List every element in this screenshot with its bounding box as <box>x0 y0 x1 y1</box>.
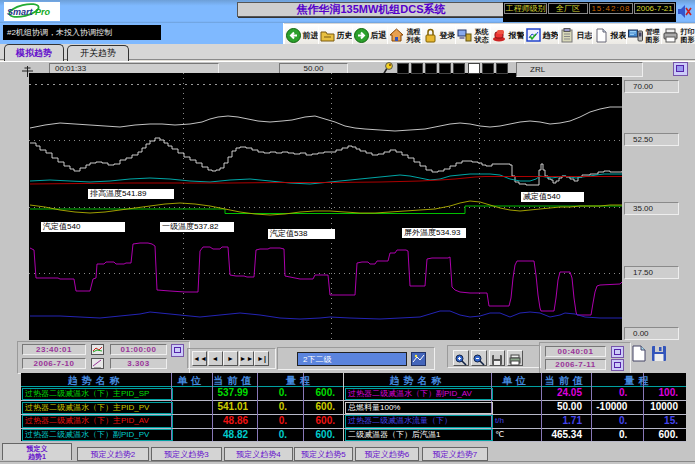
svg-text:Smart Pro: Smart Pro <box>7 7 51 17</box>
